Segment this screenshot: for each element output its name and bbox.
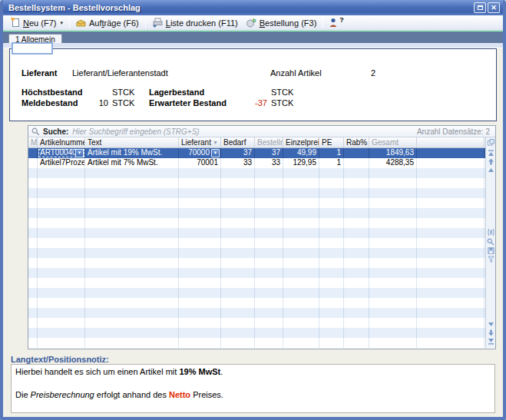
cell-bedarf bbox=[221, 198, 255, 208]
cell-m bbox=[28, 278, 38, 288]
lieferant-label: Lieferant bbox=[21, 68, 57, 78]
table-row[interactable]: ART00040▼Artikel mit 19% MwSt.70000▼3737… bbox=[28, 148, 485, 158]
cell-pe bbox=[319, 228, 344, 238]
table-row[interactable]: Artikel7ProzentArtikel mit 7% MwSt.70001… bbox=[28, 158, 485, 168]
cell-rab bbox=[344, 258, 369, 268]
sort-arrow-icon: ▼ bbox=[211, 137, 218, 147]
bestellung-button[interactable]: b Bestellung (F3) bbox=[242, 16, 321, 30]
cell-m bbox=[28, 258, 38, 268]
dropdown-button[interactable]: ▼ bbox=[75, 149, 84, 157]
last-record-icon[interactable] bbox=[488, 338, 494, 345]
table-row-empty[interactable] bbox=[28, 338, 485, 348]
cell-m bbox=[28, 298, 38, 308]
first-record-icon[interactable] bbox=[488, 150, 494, 157]
column-header-artikelnummer[interactable]: Artikelnummer bbox=[38, 137, 85, 147]
cell-lieferant bbox=[179, 338, 221, 348]
cell-bedarf bbox=[221, 338, 255, 348]
table-row-empty[interactable] bbox=[28, 248, 485, 258]
cell-einzelpreis bbox=[283, 178, 319, 188]
langtext-label: Langtext/Positionsnotiz: bbox=[11, 355, 109, 364]
column-header-bestellmenge[interactable]: Bestellmenge bbox=[255, 137, 283, 147]
grid-search-icon[interactable] bbox=[487, 238, 494, 246]
table-row-empty[interactable] bbox=[28, 198, 485, 208]
cell-bestellmenge bbox=[255, 288, 283, 298]
cell-text bbox=[85, 248, 179, 258]
fit-columns-icon[interactable] bbox=[488, 228, 494, 236]
cell-bedarf bbox=[221, 238, 255, 248]
cell-filler bbox=[417, 328, 485, 338]
table-row-empty[interactable] bbox=[28, 298, 485, 308]
search-bar[interactable]: Suche: Hier Suchbegriff eingeben (STRG+S… bbox=[28, 126, 495, 137]
table-row-empty[interactable] bbox=[28, 308, 485, 318]
table-row-empty[interactable] bbox=[28, 268, 485, 278]
neu-button[interactable]: Neu (F7) ▾ bbox=[7, 16, 67, 30]
cell-filler bbox=[417, 238, 485, 248]
column-header-rab[interactable]: Rab% bbox=[344, 137, 369, 147]
cell-text bbox=[85, 168, 179, 178]
auftraege-button[interactable]: Aufträge (F6) bbox=[72, 16, 143, 30]
cell-einzelpreis bbox=[283, 298, 319, 308]
cell-artikelnummer bbox=[38, 268, 85, 278]
chevron-down-icon[interactable]: ▾ bbox=[60, 20, 63, 26]
toolbar: Neu (F7) ▾ Aufträge (F6) Liste drucken (… bbox=[3, 15, 503, 31]
cell-pe bbox=[319, 238, 344, 248]
cell-einzelpreis bbox=[283, 288, 319, 298]
help-icon: ? bbox=[339, 16, 344, 24]
table-row-empty[interactable] bbox=[28, 178, 485, 188]
export-icon[interactable] bbox=[488, 247, 494, 254]
table-row-empty[interactable] bbox=[28, 238, 485, 248]
cell-bestellmenge bbox=[255, 218, 283, 228]
print-list-icon bbox=[152, 18, 163, 28]
cell-pe bbox=[319, 288, 344, 298]
dropdown-button[interactable]: ▼ bbox=[211, 149, 220, 157]
table-row-empty[interactable] bbox=[28, 278, 485, 288]
table-row-empty[interactable] bbox=[28, 328, 485, 338]
restore-button[interactable] bbox=[474, 2, 486, 13]
column-chooser-icon[interactable] bbox=[488, 139, 494, 146]
table-row-empty[interactable] bbox=[28, 288, 485, 298]
column-header-lieferant[interactable]: Lieferant▼ bbox=[179, 137, 221, 147]
cell-einzelpreis bbox=[283, 208, 319, 218]
liste-drucken-label: Liste drucken (F11) bbox=[166, 18, 238, 28]
table-row-empty[interactable] bbox=[28, 168, 485, 178]
scroll-up-icon[interactable] bbox=[488, 167, 494, 174]
filter-input[interactable] bbox=[12, 42, 53, 55]
cell-lieferant bbox=[179, 298, 221, 308]
table-row-empty[interactable] bbox=[28, 318, 485, 328]
move-up-icon[interactable] bbox=[488, 158, 494, 165]
table-row-empty[interactable] bbox=[28, 228, 485, 238]
cell-m bbox=[28, 268, 38, 278]
help-button[interactable]: ? bbox=[326, 16, 349, 30]
content-gap-strip bbox=[3, 43, 503, 48]
cell-artikelnummer bbox=[38, 188, 85, 198]
cell-filler bbox=[417, 248, 485, 258]
table-row-empty[interactable] bbox=[28, 258, 485, 268]
filter-icon[interactable] bbox=[488, 256, 494, 263]
cell-lieferant bbox=[179, 238, 221, 248]
cell-m bbox=[28, 208, 38, 218]
meldebestand-value: 10 bbox=[50, 98, 108, 107]
table-row-empty[interactable] bbox=[28, 188, 485, 198]
column-header-pe[interactable]: PE bbox=[319, 137, 344, 147]
scroll-down-icon[interactable] bbox=[488, 321, 494, 328]
cell-text bbox=[85, 268, 179, 278]
cell-pe bbox=[319, 318, 344, 328]
cell-m bbox=[28, 318, 38, 328]
grid-side-toolbar bbox=[485, 137, 495, 348]
column-header-filler[interactable] bbox=[417, 137, 485, 147]
column-header-bedarf[interactable]: Bedarf bbox=[221, 137, 255, 147]
column-header-einzelpreis[interactable]: Einzelpreis bbox=[283, 137, 319, 147]
close-button[interactable]: ✕ bbox=[488, 2, 500, 13]
cell-bedarf bbox=[221, 268, 255, 278]
cell-artikelnummer bbox=[38, 168, 85, 178]
liste-drucken-button[interactable]: Liste drucken (F11) bbox=[148, 16, 242, 30]
table-row-empty[interactable] bbox=[28, 218, 485, 228]
langtext-box[interactable]: Hierbei handelt es sich um einen Artikel… bbox=[11, 364, 495, 413]
column-header-m[interactable]: M bbox=[28, 137, 38, 147]
column-header-text[interactable]: Text bbox=[85, 137, 179, 147]
column-header-gesamt[interactable]: Gesamt bbox=[369, 137, 417, 147]
cell-pe bbox=[319, 298, 344, 308]
table-row-empty[interactable] bbox=[28, 208, 485, 218]
cell-bestellmenge bbox=[255, 248, 283, 258]
move-down-icon[interactable] bbox=[488, 329, 494, 336]
